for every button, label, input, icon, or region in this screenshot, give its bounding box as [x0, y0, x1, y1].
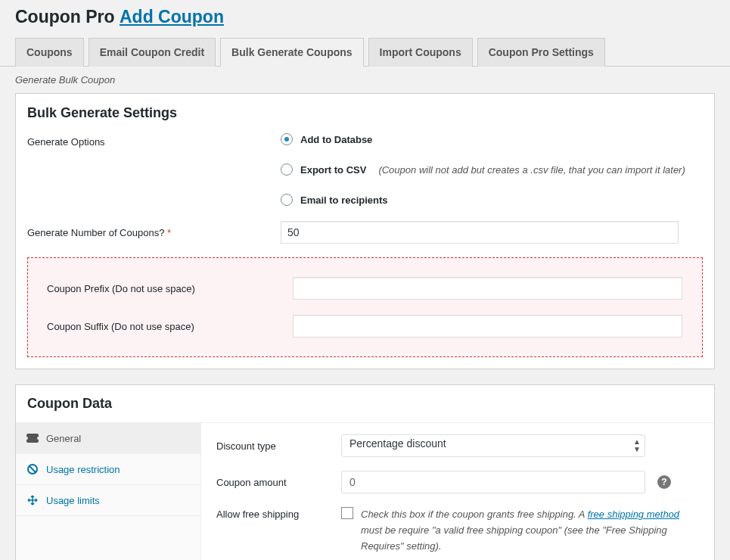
nav-tabs: Coupons Email Coupon Credit Bulk Generat…	[0, 30, 730, 67]
bulk-generate-settings-panel: Bulk Generate Settings Generate Options …	[15, 93, 715, 369]
subheader-text: Generate Bulk Coupon	[0, 67, 730, 93]
generate-number-row: Generate Number of Coupons? *	[16, 216, 714, 248]
radio-add-to-database[interactable]: Add to Databse	[281, 133, 703, 145]
side-tab-label: General	[46, 433, 81, 444]
radio-export-csv[interactable]: Export to CSV (Coupon will not add but c…	[281, 163, 703, 176]
coupon-prefix-row: Coupon Prefix (Do not use space)	[28, 269, 702, 307]
tab-import-coupons[interactable]: Import Coupons	[368, 38, 473, 67]
coupon-fields: Discount type Percentage discount ▲▼ Cou…	[201, 423, 714, 560]
free-shipping-description: Check this box if the coupon grants free…	[361, 507, 699, 554]
radio-email-recipients[interactable]: Email to recipients	[281, 194, 703, 206]
required-asterisk: *	[167, 227, 171, 238]
tab-coupons[interactable]: Coupons	[15, 38, 84, 67]
coupon-suffix-input[interactable]	[293, 315, 682, 338]
coupon-amount-input[interactable]	[341, 471, 645, 493]
discount-type-select-wrap: Percentage discount ▲▼	[341, 434, 645, 457]
generate-options-row: Generate Options Add to Databse Export t…	[16, 130, 714, 216]
radio-label-email: Email to recipients	[300, 194, 388, 206]
generate-number-input[interactable]	[281, 221, 679, 244]
discount-type-label: Discount type	[216, 440, 334, 452]
free-shipping-checkbox[interactable]	[341, 507, 353, 519]
radio-icon	[281, 194, 293, 206]
coupon-prefix-label: Coupon Prefix (Do not use space)	[47, 283, 293, 294]
side-tab-usage-limits[interactable]: Usage limits	[16, 485, 200, 516]
discount-type-row: Discount type Percentage discount ▲▼	[216, 434, 699, 457]
free-shipping-label: Allow free shipping	[216, 507, 334, 520]
generate-options-radios: Add to Databse Export to CSV (Coupon wil…	[281, 133, 703, 212]
coupon-amount-label: Coupon amount	[216, 477, 334, 488]
coupon-side-tabs: General Usage restriction Usage limits	[16, 423, 201, 560]
coupon-data-body: General Usage restriction Usage limits D…	[16, 422, 714, 560]
bulk-settings-title: Bulk Generate Settings	[16, 105, 714, 130]
prefix-suffix-box: Coupon Prefix (Do not use space) Coupon …	[27, 257, 703, 357]
tab-coupon-pro-settings[interactable]: Coupon Pro Settings	[477, 38, 605, 67]
side-tab-label: Usage limits	[46, 495, 100, 506]
ticket-icon	[26, 432, 39, 444]
ban-icon	[26, 463, 39, 475]
tab-email-coupon-credit[interactable]: Email Coupon Credit	[89, 38, 216, 67]
side-tab-label: Usage restriction	[46, 464, 120, 475]
free-shipping-row: Allow free shipping Check this box if th…	[216, 507, 699, 554]
coupon-suffix-label: Coupon Suffix (Do not use space)	[47, 321, 293, 332]
help-icon[interactable]: ?	[657, 475, 671, 489]
page-title: Coupon Pro Add Coupon	[15, 7, 715, 27]
generate-number-label: Generate Number of Coupons? *	[27, 227, 281, 238]
side-tab-general[interactable]: General	[16, 423, 200, 454]
side-tab-usage-restriction[interactable]: Usage restriction	[16, 454, 200, 485]
move-icon	[26, 494, 39, 506]
radio-label-add-db: Add to Databse	[300, 134, 372, 145]
radio-icon	[281, 133, 293, 145]
coupon-suffix-row: Coupon Suffix (Do not use space)	[28, 307, 702, 345]
coupon-amount-row: Coupon amount ?	[216, 471, 699, 493]
coupon-prefix-input[interactable]	[293, 277, 682, 300]
coupon-data-title: Coupon Data	[16, 385, 714, 422]
coupon-data-panel: Coupon Data General Usage restriction Us…	[15, 384, 715, 560]
svg-line-1	[30, 466, 36, 472]
page-title-text: Coupon Pro	[15, 7, 115, 26]
radio-icon	[281, 163, 293, 176]
generate-options-label: Generate Options	[27, 133, 281, 148]
add-coupon-link[interactable]: Add Coupon	[120, 7, 224, 26]
free-shipping-method-link[interactable]: free shipping method	[588, 509, 679, 520]
discount-type-select[interactable]: Percentage discount	[341, 434, 645, 457]
tab-bulk-generate-coupons[interactable]: Bulk Generate Coupons	[220, 38, 363, 67]
radio-label-export-csv: Export to CSV	[300, 164, 366, 176]
page-header: Coupon Pro Add Coupon	[0, 0, 730, 30]
radio-hint-export-csv: (Coupon will not add but creates a .csv …	[374, 164, 685, 176]
